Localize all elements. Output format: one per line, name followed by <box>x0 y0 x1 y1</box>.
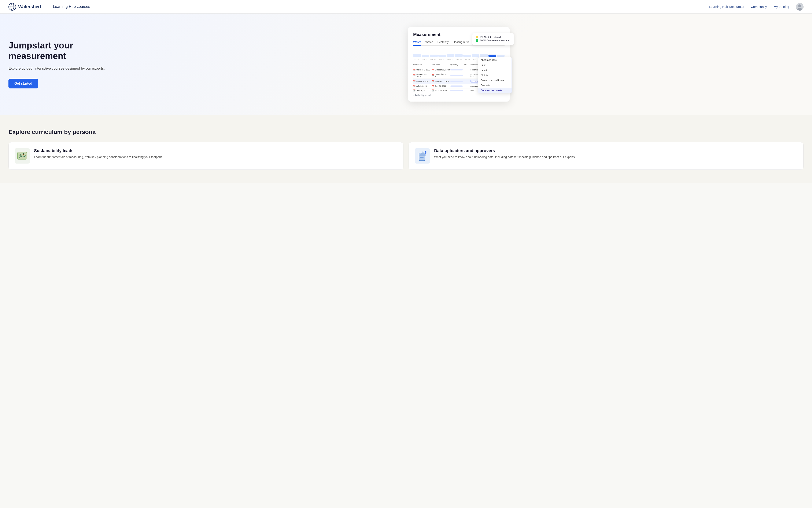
main-nav: Learning Hub Resources Community My trai… <box>709 3 804 10</box>
material-dropdown-popup: Aluminum cans Beef Bread Clothing Commer… <box>478 57 512 93</box>
nav-community[interactable]: Community <box>751 5 767 8</box>
chart-bar-nov <box>497 55 504 57</box>
dropdown-item-aluminum[interactable]: Aluminum cans <box>478 57 511 62</box>
cell-end-4: 📅July 31, 2023 <box>432 85 450 87</box>
chart-bar-feb <box>422 55 430 57</box>
dropdown-item-construction[interactable]: Construction waste <box>478 88 511 93</box>
hero-section: Jumpstart your measurement Explore guide… <box>0 13 812 115</box>
cell-end-5: 📅June 30, 2023 <box>432 89 450 92</box>
cell-start-2: 📅September 1, 2023 <box>413 73 432 77</box>
legend-label-complete: 100% Complete data entered <box>480 39 510 42</box>
label-may: May '23 <box>447 58 453 60</box>
cell-start-4: 📅July 1, 2023 <box>413 85 432 87</box>
chart-bar-jun <box>455 54 463 57</box>
curriculum-section-title: Explore curriculum by persona <box>8 129 804 135</box>
sustainability-leads-info: Sustainability leads Learn the fundament… <box>34 148 397 159</box>
user-avatar[interactable] <box>796 3 804 10</box>
legend-item-no-data: 0% No data entered <box>476 36 510 38</box>
dropdown-item-clothing[interactable]: Clothing <box>478 73 511 78</box>
svg-rect-11 <box>23 154 24 155</box>
data-uploaders-icon <box>415 148 430 164</box>
data-uploaders-info: Data uploaders and approvers What you ne… <box>434 148 798 159</box>
col-unit: Unit <box>463 64 470 66</box>
legend-item-complete: 100% Complete data entered <box>476 39 510 42</box>
label-apr: Apr '23 <box>439 58 444 60</box>
dropdown-item-bread[interactable]: Bread <box>478 68 511 73</box>
legend-dot-yellow <box>476 36 478 38</box>
header-divider <box>47 4 47 10</box>
sustainability-leads-icon <box>14 148 30 164</box>
hero-subtitle: Explore guided, interactive courses desi… <box>8 66 106 71</box>
chart-bar-may <box>447 54 454 57</box>
waste-chart <box>413 48 504 57</box>
measurement-card: 0% No data entered 100% Complete data en… <box>408 27 510 101</box>
chart-bar-aug <box>472 54 480 57</box>
hero-title: Jumpstart your measurement <box>8 40 106 61</box>
svg-point-4 <box>798 4 801 7</box>
cell-start-1: 📅October 1, 2023 <box>413 69 432 71</box>
watershed-logo-icon <box>8 3 16 10</box>
col-quantity: Quantity <box>450 64 463 66</box>
chart-bar-sep <box>480 54 488 57</box>
header-left: Watershed Learning Hub courses <box>8 3 709 10</box>
add-row-button[interactable]: + Add utility period <box>413 94 504 96</box>
label-feb: Feb '23 <box>422 58 427 60</box>
curriculum-card-title-uploaders: Data uploaders and approvers <box>434 148 798 153</box>
nav-my-training[interactable]: My training <box>774 5 789 8</box>
chart-bar-mar <box>430 54 438 57</box>
legend-dot-green <box>476 39 478 42</box>
chart-bar-apr <box>438 55 446 57</box>
label-jan: Jan '23 <box>413 58 419 60</box>
cell-end-1: 📅October 31, 2023 <box>432 69 450 71</box>
label-jun: Jun '23 <box>456 58 462 60</box>
tab-heating-fuel[interactable]: Heating & fuel <box>453 40 470 46</box>
cell-start-5: 📅June 1, 2023 <box>413 89 432 92</box>
get-started-button[interactable]: Get started <box>8 79 38 88</box>
col-end-date: End date <box>432 64 450 66</box>
tab-waste[interactable]: Waste <box>413 40 421 46</box>
hero-content: Jumpstart your measurement Explore guide… <box>8 40 114 88</box>
dropdown-item-commercial[interactable]: Commercial and indust... <box>478 78 511 83</box>
cell-end-3: 📅August 31, 2023 <box>432 80 450 82</box>
logo-link[interactable]: Watershed <box>8 3 41 10</box>
curriculum-card-title-sustainability: Sustainability leads <box>34 148 397 153</box>
nav-learning-hub-resources[interactable]: Learning Hub Resources <box>709 5 744 8</box>
dropdown-item-concrete[interactable]: Concrete <box>478 83 511 88</box>
main-header: Watershed Learning Hub courses Learning … <box>0 0 812 13</box>
curriculum-grid: Sustainability leads Learn the fundament… <box>8 142 804 170</box>
dropdown-item-beef[interactable]: Beef <box>478 62 511 68</box>
chart-bar-jan <box>413 54 421 57</box>
tab-water[interactable]: Water <box>425 40 433 46</box>
label-jul: Jul '23 <box>465 58 470 60</box>
label-mar: Mar '23 <box>430 58 436 60</box>
tab-electricity[interactable]: Electricity <box>437 40 449 46</box>
curriculum-card-sustainability-leads[interactable]: Sustainability leads Learn the fundament… <box>8 142 403 170</box>
legend-label-no-data: 0% No data entered <box>480 36 501 38</box>
svg-rect-16 <box>420 157 423 158</box>
logo-text: Watershed <box>18 4 41 9</box>
page-title: Learning Hub courses <box>53 4 90 9</box>
chart-bar-jul <box>463 55 471 57</box>
cell-start-3: 📅August 1, 2023 <box>413 80 432 82</box>
hero-illustration: 0% No data entered 100% Complete data en… <box>114 27 804 101</box>
curriculum-section: Explore curriculum by persona <box>0 115 812 183</box>
cell-end-2: 📅September 30, 2... <box>432 73 450 77</box>
chart-bar-oct <box>489 54 496 57</box>
data-legend-tooltip: 0% No data entered 100% Complete data en… <box>472 33 514 45</box>
curriculum-card-desc-uploaders: What you need to know about uploading da… <box>434 155 798 159</box>
curriculum-card-desc-sustainability: Learn the fundamentals of measuring, fro… <box>34 155 397 159</box>
col-start-date: Start Date <box>413 64 432 66</box>
svg-rect-10 <box>21 155 21 155</box>
curriculum-card-data-uploaders[interactable]: Data uploaders and approvers What you ne… <box>409 142 804 170</box>
